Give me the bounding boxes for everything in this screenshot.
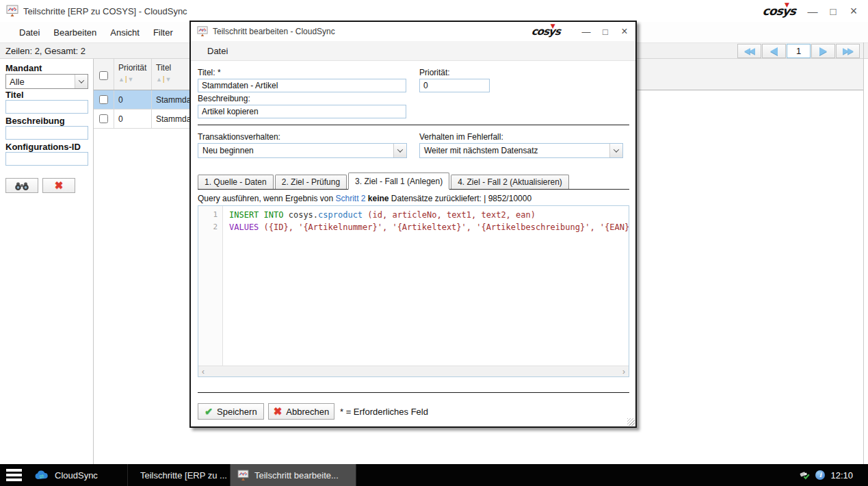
row-count-status: Zeilen: 2, Gesamt: 2	[5, 46, 86, 56]
schritt-2-link[interactable]: Schritt 2	[335, 194, 365, 203]
taskbar: CloudSync Teilschritte [ERP zu ... Teils…	[0, 464, 868, 486]
cosys-logo: cosys▼	[762, 4, 803, 18]
horizontal-scrollbar[interactable]: ‹ ›	[198, 366, 629, 376]
mandant-label: Mandant	[5, 63, 42, 73]
dropdown-arrow-icon	[393, 144, 406, 157]
system-tray: i 12:10	[800, 464, 868, 486]
previous-page-button[interactable]	[762, 44, 786, 58]
tab-ziel-fall1-anlegen[interactable]: 3. Ziel - Fall 1 (Anlegen)	[348, 172, 449, 190]
beschreibung-field-label: Beschreibung:	[198, 94, 250, 103]
taskbar-item-teilschritt-bearbeiten[interactable]: Teilschritt bearbeite...	[231, 464, 356, 486]
query-hint: Query ausführen, wenn Ergebnis von Schri…	[198, 194, 531, 203]
dropdown-arrow-icon	[75, 75, 88, 88]
clear-filter-button[interactable]: ✖	[42, 178, 75, 193]
select-all-checkbox[interactable]	[99, 71, 108, 80]
row-prioritaet: 0	[114, 90, 152, 109]
save-button-label: Speichern	[217, 407, 257, 417]
binoculars-icon	[14, 181, 30, 191]
cosys-logo-triangle-icon: ▼	[785, 1, 789, 8]
separator	[198, 392, 629, 393]
taskbar-item-teilschritte[interactable]: Teilschritte [ERP zu ...	[128, 464, 231, 486]
prioritaet-header-label: Priorität	[118, 63, 146, 73]
row-checkbox[interactable]	[99, 95, 108, 104]
transaktionsverhalten-select[interactable]: Neu beginnen	[198, 143, 407, 158]
cloud-icon	[34, 470, 49, 481]
cosys-logo: cosys▼	[531, 25, 568, 38]
start-menu-button[interactable]	[0, 464, 27, 486]
prioritaet-sort-icons[interactable]: ▲|▼	[118, 75, 134, 83]
tab-ziel-fall2-aktualisieren[interactable]: 4. Ziel - Fall 2 (Aktualisieren)	[451, 175, 569, 189]
taskbar-item-label: Teilschritte [ERP zu ...	[140, 470, 227, 481]
page-number-input[interactable]	[787, 44, 811, 58]
fehlerfall-value: Weiter mit nächstem Datensatz	[424, 146, 538, 155]
cancel-button[interactable]: ✖ Abbrechen	[268, 403, 334, 420]
tab-quelle-daten[interactable]: 1. Quelle - Daten	[198, 175, 274, 189]
taskbar-item-cloudsync[interactable]: CloudSync	[27, 464, 128, 486]
beschreibung-field[interactable]	[198, 105, 406, 118]
clock: 12:10	[830, 470, 853, 481]
scroll-left-icon[interactable]: ‹	[202, 367, 205, 376]
safely-remove-hardware-icon[interactable]	[800, 471, 810, 480]
titel-filter-input[interactable]	[5, 100, 88, 114]
scroll-right-icon[interactable]: ›	[622, 367, 625, 376]
menu-filter[interactable]: Filter	[146, 25, 180, 40]
titel-sort-icons[interactable]: ▲|▼	[156, 75, 172, 83]
menu-ansicht[interactable]: Ansicht	[103, 25, 146, 40]
prioritaet-column-header[interactable]: Priorität ▲|▼	[114, 59, 152, 90]
sql-editor[interactable]: 12 INSERT INTO cosys.csproduct (id, arti…	[198, 205, 629, 377]
taskbar-item-label: CloudSync	[55, 470, 98, 481]
dialog-close-button[interactable]: ×	[615, 23, 634, 40]
titel-header-label: Titel	[156, 63, 171, 73]
desktop: Teilschritte [ERP zu COSYS] - CloudSync …	[0, 0, 868, 486]
transaktionsverhalten-value: Neu beginnen	[202, 146, 254, 155]
beschreibung-filter-input[interactable]	[5, 126, 88, 140]
fehlerfall-label: Verhalten im Fehlerfall:	[419, 132, 503, 142]
tab-ziel-pruefung[interactable]: 2. Ziel - Prüfung	[275, 175, 347, 189]
mandant-select[interactable]: Alle	[5, 74, 88, 89]
dialog-maximize-button[interactable]: □	[596, 23, 615, 40]
required-field-note: * = Erforderliches Feld	[340, 407, 428, 417]
app-chart-icon	[237, 470, 249, 481]
search-button[interactable]	[5, 178, 38, 193]
row-prioritaet: 0	[114, 110, 152, 128]
first-page-icon	[745, 47, 754, 55]
titel-filter-label: Titel	[5, 90, 24, 100]
previous-page-icon	[770, 47, 778, 55]
titel-field[interactable]	[198, 79, 406, 92]
tab-bar: 1. Quelle - Daten 2. Ziel - Prüfung 3. Z…	[198, 172, 629, 190]
mandant-value: Alle	[10, 77, 25, 87]
konfigurations-id-label: Konfigurations-ID	[5, 142, 81, 152]
prioritaet-field[interactable]	[419, 79, 490, 92]
last-page-button[interactable]	[836, 44, 860, 58]
row-checkbox[interactable]	[99, 114, 108, 123]
save-check-icon: ✔	[205, 406, 213, 417]
select-all-cell	[94, 59, 114, 90]
minimize-button[interactable]: —	[802, 1, 823, 21]
menu-bearbeiten[interactable]: Bearbeiten	[47, 25, 103, 40]
menu-datei[interactable]: Datei	[12, 25, 47, 40]
main-window-titlebar: Teilschritte [ERP zu COSYS] - CloudSync …	[0, 0, 868, 22]
clear-x-icon: ✖	[55, 179, 64, 192]
dialog-menu-datei[interactable]: Datei	[200, 43, 235, 59]
titel-field-label: Titel: *	[198, 68, 221, 77]
dialog-menubar: Datei	[191, 41, 635, 61]
pagination	[737, 44, 860, 58]
next-page-button[interactable]	[811, 44, 835, 58]
last-page-icon	[843, 47, 853, 55]
resize-grip[interactable]	[627, 418, 635, 426]
save-button[interactable]: ✔ Speichern	[198, 403, 264, 420]
sql-editor-gutter: 12	[198, 206, 223, 366]
close-button[interactable]: ×	[843, 1, 864, 21]
window-right-border	[863, 42, 864, 464]
first-page-button[interactable]	[737, 44, 761, 58]
main-window-title: Teilschritte [ERP zu COSYS] - CloudSync	[23, 6, 187, 16]
fehlerfall-select[interactable]: Weiter mit nächstem Datensatz	[419, 143, 623, 158]
info-icon[interactable]: i	[815, 470, 825, 480]
maximize-button[interactable]: □	[823, 1, 843, 21]
prioritaet-field-label: Priorität:	[419, 68, 450, 77]
transaktionsverhalten-label: Transaktionsverhalten:	[198, 132, 280, 142]
konfigurations-id-input[interactable]	[5, 152, 88, 166]
hamburger-icon	[6, 469, 22, 472]
dialog-minimize-button[interactable]: —	[577, 23, 596, 40]
sql-editor-lines[interactable]: INSERT INTO cosys.csproduct (id, article…	[224, 206, 629, 366]
